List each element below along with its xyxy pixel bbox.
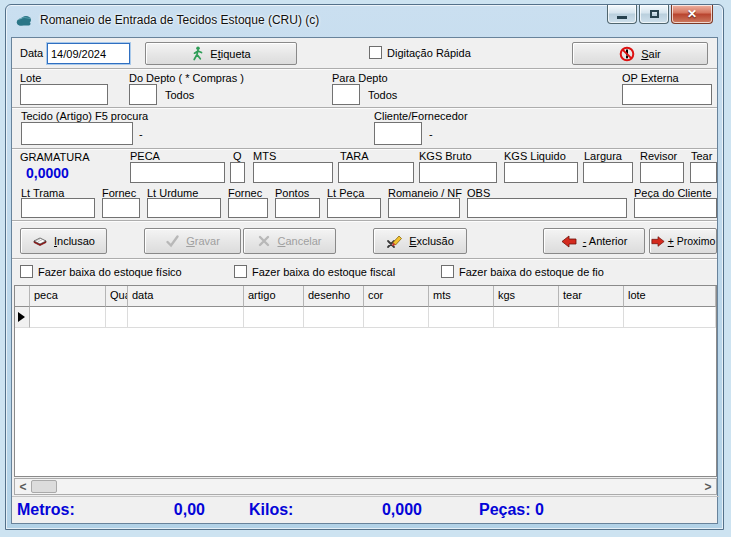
mts-input[interactable] <box>253 162 333 183</box>
current-row-indicator <box>15 307 30 328</box>
romaneio-nf-input[interactable] <box>388 198 460 218</box>
op-externa-input[interactable] <box>622 84 712 105</box>
minimize-icon <box>617 16 627 19</box>
lote-label: Lote <box>20 72 41 84</box>
window-title: Romaneio de Entrada de Tecidos Estoque (… <box>40 13 319 27</box>
revisor-input[interactable] <box>640 162 684 183</box>
checkbox-box <box>20 265 33 278</box>
exclusao-label: Exclusão <box>409 235 454 247</box>
fornec-urdume-input[interactable] <box>228 198 268 218</box>
data-input[interactable] <box>47 43 130 64</box>
pontos-input[interactable] <box>275 198 320 218</box>
grid-header: peca Qua data artigo desenho cor mts kgs… <box>15 286 716 307</box>
scroll-right-arrow-icon[interactable]: > <box>700 479 716 494</box>
check-icon <box>165 234 180 248</box>
cancelar-button[interactable]: Cancelar <box>243 228 336 254</box>
kilos-value: 0,000 <box>317 501 422 519</box>
exit-prohibition-icon <box>619 46 635 62</box>
col-cor[interactable]: cor <box>364 286 429 307</box>
sair-label: Sair <box>641 48 661 60</box>
grid-indicator-header <box>15 286 30 307</box>
checkbox-box <box>234 265 247 278</box>
largura-input[interactable] <box>583 162 633 183</box>
col-qua[interactable]: Qua <box>106 286 128 307</box>
proximo-button[interactable]: + Proximo <box>649 228 717 254</box>
close-icon: ✕ <box>687 8 697 20</box>
maximize-button[interactable] <box>639 5 669 24</box>
inclusao-label: Inclusao <box>54 235 95 247</box>
baixa-fisico-checkbox[interactable]: Fazer baixa do estoque físico <box>20 265 182 278</box>
arrow-right-icon <box>651 235 665 248</box>
checkbox-box <box>441 265 454 278</box>
anterior-label: - Anterior <box>583 235 628 247</box>
tear-input[interactable] <box>690 162 717 183</box>
digitacao-rapida-checkbox[interactable]: Digitação Rápida <box>369 46 471 59</box>
kgs-bruto-label: KGS Bruto <box>419 150 472 162</box>
lt-trama-input[interactable] <box>21 198 95 218</box>
q-input[interactable] <box>230 162 245 183</box>
col-mts[interactable]: mts <box>429 286 494 307</box>
col-peca[interactable]: peca <box>30 286 106 307</box>
totals-bar: Metros: 0,00 Kilos: 0,000 Peças: 0 <box>12 496 719 524</box>
col-tear[interactable]: tear <box>559 286 624 307</box>
col-lote[interactable]: lote <box>624 286 716 307</box>
do-depto-label: Do Depto ( * Compras ) <box>129 72 244 84</box>
cliente-desc-text: - <box>429 128 433 140</box>
scrollbar-thumb[interactable] <box>31 480 57 493</box>
horizontal-scrollbar[interactable]: < > <box>14 478 717 495</box>
minimize-button[interactable] <box>607 5 637 24</box>
obs-input[interactable] <box>467 198 627 218</box>
para-depto-input[interactable] <box>332 84 360 105</box>
cancelar-label: Cancelar <box>277 235 321 247</box>
col-artigo[interactable]: artigo <box>244 286 304 307</box>
cliente-fornecedor-label: Cliente/Fornecedor <box>374 110 468 122</box>
mts-label: MTS <box>253 150 276 162</box>
inclusao-button[interactable]: Inclusao <box>20 228 107 254</box>
op-externa-label: OP Externa <box>622 72 679 84</box>
records-grid[interactable]: peca Qua data artigo desenho cor mts kgs… <box>14 285 717 477</box>
lt-urdume-input[interactable] <box>147 198 221 218</box>
proximo-label: + Proximo <box>668 235 716 247</box>
baixa-fio-checkbox[interactable]: Fazer baixa do estoque de fio <box>441 265 604 278</box>
col-desenho[interactable]: desenho <box>304 286 364 307</box>
app-window: Romaneio de Entrada de Tecidos Estoque (… <box>5 4 724 530</box>
gramatura-value: 0,0000 <box>26 165 69 181</box>
sair-button[interactable]: Sair <box>572 42 708 65</box>
kgs-liquido-input[interactable] <box>504 162 578 183</box>
metros-label: Metros: <box>17 501 75 519</box>
peca-cliente-input[interactable] <box>634 198 717 218</box>
arrow-left-icon <box>561 235 577 248</box>
col-data[interactable]: data <box>128 286 244 307</box>
tecido-desc-text: - <box>139 128 143 140</box>
para-depto-todos-text: Todos <box>368 89 397 101</box>
peca-label: PECA <box>130 150 160 162</box>
lote-input[interactable] <box>20 84 108 105</box>
maximize-icon <box>650 10 659 18</box>
table-row[interactable] <box>15 307 716 328</box>
do-depto-input[interactable] <box>129 84 157 105</box>
fornec-trama-input[interactable] <box>102 198 140 218</box>
etiqueta-label: Etiqueta <box>210 48 250 60</box>
kgs-bruto-input[interactable] <box>419 162 497 183</box>
cliente-fornecedor-input[interactable] <box>374 122 422 145</box>
tecido-input[interactable] <box>21 122 133 145</box>
digitacao-rapida-label: Digitação Rápida <box>387 47 471 59</box>
col-kgs[interactable]: kgs <box>494 286 559 307</box>
gravar-label: Gravar <box>186 235 220 247</box>
tecido-label: Tecido (Artigo) F5 procura <box>21 110 148 122</box>
anterior-button[interactable]: - Anterior <box>543 228 645 254</box>
kilos-label: Kilos: <box>249 501 293 519</box>
close-button[interactable]: ✕ <box>671 5 713 24</box>
exclusao-button[interactable]: Exclusão <box>373 228 467 254</box>
etiqueta-button[interactable]: Etiqueta <box>145 42 297 65</box>
gravar-button[interactable]: Gravar <box>144 228 241 254</box>
scroll-left-arrow-icon[interactable]: < <box>15 479 31 494</box>
para-depto-label: Para Depto <box>332 72 388 84</box>
peca-input[interactable] <box>130 162 225 183</box>
lt-peca-input[interactable] <box>327 198 381 218</box>
q-label: Q <box>233 150 242 162</box>
revisor-label: Revisor <box>640 150 677 162</box>
baixa-fiscal-checkbox[interactable]: Fazer baixa do estoque fiscal <box>234 265 395 278</box>
tara-input[interactable] <box>338 162 414 183</box>
do-depto-todos-text: Todos <box>165 89 194 101</box>
